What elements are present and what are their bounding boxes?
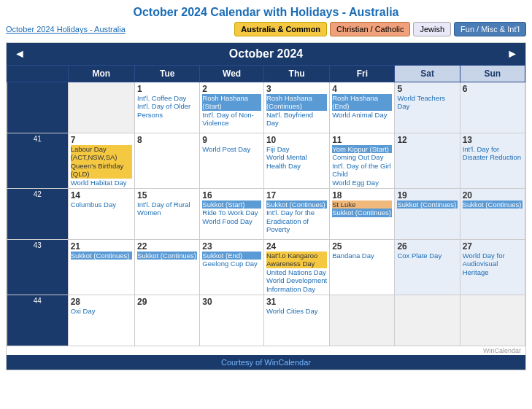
table-row: 14Columbus Day: [68, 188, 134, 239]
subtitle-link[interactable]: October 2024 Holidays - Australia: [6, 25, 126, 34]
holiday-text: World Animal Day: [332, 111, 392, 119]
day-number: 8: [137, 135, 197, 145]
holiday-text: Sukkot (Continues): [332, 209, 392, 217]
day-number: 9: [202, 135, 261, 145]
holiday-text: Nat'l.o Kangaroo Awareness Day: [266, 252, 327, 268]
holiday-text: St Luke: [332, 200, 392, 209]
day-number: 18: [332, 190, 392, 200]
holiday-text: Fiji Day: [266, 145, 327, 153]
table-row: 26Cox Plate Day: [395, 239, 460, 295]
wed-header: Wed: [200, 66, 264, 82]
week-number: 43: [7, 239, 69, 295]
day-number: 29: [137, 297, 197, 307]
day-number: 31: [266, 297, 327, 307]
table-row: 19Sukkot (Continues): [395, 188, 460, 239]
calendar-footer: Courtesy of WinCalendar: [7, 355, 525, 370]
holiday-text: World Mental Health Day: [266, 153, 327, 170]
table-row: 21Sukkot (Continues): [68, 239, 134, 295]
holiday-text: Int'l. Day of Rural Women: [137, 200, 197, 217]
day-number: 23: [202, 241, 261, 252]
holiday-text: World Teachers Day: [397, 94, 457, 111]
table-row: 9World Post Day: [200, 133, 264, 189]
holiday-text: Int'l. Day for the Eradication of Povert…: [266, 209, 327, 233]
holiday-text: Queen's Birthday (QLD): [71, 162, 132, 179]
holiday-text: World Food Day: [202, 217, 261, 225]
holiday-text: United Nations Day: [266, 268, 327, 276]
holiday-text: Int'l. Day of the Girl Child: [332, 162, 392, 179]
day-number: 24: [266, 241, 327, 252]
holiday-text: Nat'l. Boyfriend Day: [266, 111, 327, 128]
day-number: 15: [137, 190, 197, 200]
day-number: 2: [202, 84, 261, 94]
wincal-watermark: WinCalendar: [483, 347, 523, 354]
day-number: 20: [463, 190, 523, 200]
holiday-text: Int'l. Day of Non-Violence: [202, 111, 261, 128]
table-row: 12: [395, 133, 460, 189]
table-row: [460, 295, 525, 346]
holiday-text: Sukkot (Continues): [137, 252, 197, 260]
table-row: 11Yom Kippur (Start)Coming Out DayInt'l.…: [330, 133, 395, 189]
holiday-text: Columbus Day: [71, 200, 132, 209]
footer-text[interactable]: Courtesy of WinCalendar: [221, 358, 311, 367]
day-number: 6: [463, 84, 523, 94]
week-number: 42: [7, 188, 69, 239]
table-row: 6: [460, 82, 525, 133]
calendar-nav: ◄ October 2024 ►: [7, 43, 525, 65]
tab-fun[interactable]: Fun / Misc & Int'l: [454, 22, 526, 36]
tab-australia[interactable]: Australia & Common: [234, 22, 327, 36]
day-number: 28: [71, 297, 132, 307]
page-title: October 2024 Calendar with Holidays - Au…: [6, 6, 526, 19]
table-row: 3Rosh Hashana (Continues)Nat'l. Boyfrien…: [263, 82, 329, 133]
week-number: 41: [7, 133, 69, 189]
week-header: [7, 66, 69, 82]
holiday-text: Rosh Hashana (Continues): [266, 94, 327, 111]
tab-jewish[interactable]: Jewish: [413, 22, 451, 36]
holiday-text: World Habitat Day: [71, 179, 132, 187]
table-row: 2Rosh Hashana (Start)Int'l. Day of Non-V…: [200, 82, 264, 133]
table-row: 25Bandana Day: [330, 239, 395, 295]
table-row: [395, 295, 460, 346]
tue-header: Tue: [135, 66, 200, 82]
table-row: 24Nat'l.o Kangaroo Awareness DayUnited N…: [263, 239, 329, 295]
holiday-text: Sukkot (Continues): [463, 200, 523, 209]
day-number: 17: [266, 190, 327, 200]
table-row: 1Int'l. Coffee DayInt'l. Day of Older Pe…: [135, 82, 200, 133]
fri-header: Fri: [330, 66, 395, 82]
holiday-text: Sukkot (Continues): [71, 252, 132, 260]
holiday-text: World Post Day: [202, 145, 261, 153]
table-row: [330, 295, 395, 346]
calendar-table: Mon Tue Wed Thu Fri Sat Sun 1Int'l. Coff…: [7, 65, 525, 346]
table-row: 23Sukkot (End)Geelong Cup Day: [200, 239, 264, 295]
prev-arrow[interactable]: ◄: [14, 47, 26, 61]
table-row: 29: [135, 295, 200, 346]
day-number: 14: [71, 190, 132, 200]
holiday-text: Yom Kippur (Start): [332, 145, 392, 153]
table-row: 8: [135, 133, 200, 189]
table-row: 18St LukeSukkot (Continues): [330, 188, 395, 239]
day-number: 27: [463, 241, 523, 252]
holiday-text: Int'l. Day for Disaster Reduction: [463, 145, 523, 162]
day-number: 26: [397, 241, 457, 252]
next-arrow[interactable]: ►: [506, 47, 518, 61]
holiday-text: Labour Day (ACT,NSW,SA): [71, 145, 132, 162]
calendar-container: ◄ October 2024 ► Mon Tue Wed Thu Fri Sat…: [6, 42, 526, 370]
week-number: 44: [7, 295, 69, 346]
table-row: 7Labour Day (ACT,NSW,SA)Queen's Birthday…: [68, 133, 134, 189]
holiday-text: Coming Out Day: [332, 153, 392, 161]
table-row: [68, 82, 134, 133]
mon-header: Mon: [68, 66, 134, 82]
day-number: 4: [332, 84, 392, 94]
table-row: 17Sukkot (Continues)Int'l. Day for the E…: [263, 188, 329, 239]
table-row: 27World Day for Audiovisual Heritage: [460, 239, 525, 295]
table-row: 4Rosh Hashana (End)World Animal Day: [330, 82, 395, 133]
day-number: 19: [397, 190, 457, 200]
table-row: 5World Teachers Day: [395, 82, 460, 133]
month-title: October 2024: [229, 47, 303, 61]
holiday-text: Sukkot (End): [202, 252, 261, 260]
holiday-text: Geelong Cup Day: [202, 260, 261, 268]
holiday-text: Bandana Day: [332, 252, 392, 260]
tab-christian[interactable]: Christian / Catholic: [330, 22, 410, 36]
week-number: [7, 82, 69, 133]
table-row: 28Oxi Day: [68, 295, 134, 346]
table-row: 13Int'l. Day for Disaster Reduction: [460, 133, 525, 189]
